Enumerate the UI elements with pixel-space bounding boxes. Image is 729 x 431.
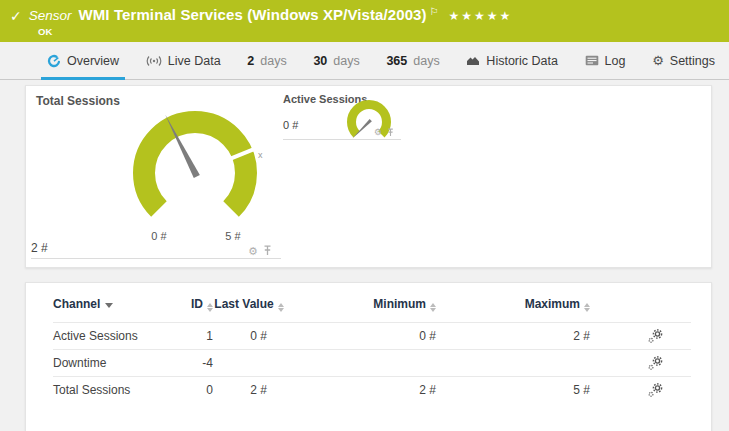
sort-icon [584, 303, 590, 312]
tab-label: Overview [67, 54, 119, 68]
tab-label: Historic Data [486, 54, 558, 68]
channel-id: -4 [173, 356, 213, 370]
tab-label: Log [605, 54, 626, 68]
flag-icon[interactable]: ⚐ [430, 6, 439, 17]
channel-last-value: 2 # [213, 383, 303, 397]
table-header-row: Channel ID Last Value Minimum Maximum [53, 297, 691, 322]
column-header-last-value[interactable]: Last Value [213, 297, 303, 312]
channel-id: 0 [173, 383, 213, 397]
channel-table: Channel ID Last Value Minimum Maximum Ac… [26, 283, 711, 403]
tab-historic-data[interactable]: Historic Data [464, 42, 560, 79]
tab-bar: Overview Live Data 2 days 30 days 365 da… [0, 42, 729, 80]
object-kind-label: Sensor [29, 8, 72, 23]
column-header-channel[interactable]: Channel [53, 297, 173, 311]
total-sessions-gauge-actions: ⚙ [248, 245, 272, 256]
tab-2-days[interactable]: 2 days [245, 42, 288, 79]
channel-table-panel: Channel ID Last Value Minimum Maximum Ac… [25, 282, 712, 431]
total-sessions-current-value: 2 # [31, 241, 48, 255]
active-sessions-gauge-actions: ⚙ [374, 127, 394, 137]
channel-name: Active Sessions [53, 329, 173, 343]
channel-name: Downtime [53, 356, 173, 370]
gear-icon[interactable]: ⚙ [374, 127, 382, 137]
channel-last-value: 0 # [213, 329, 303, 343]
column-header-id[interactable]: ID [173, 297, 213, 312]
column-label: Last Value [214, 297, 273, 311]
channel-settings-gears-icon[interactable] [648, 329, 663, 344]
gauge-scale-min-label: 0 # [139, 230, 179, 242]
pin-icon[interactable] [387, 128, 394, 137]
channel-name: Total Sessions [53, 383, 173, 397]
sort-icon [278, 303, 284, 312]
sensor-header: ✓ Sensor WMI Terminal Services (Windows … [0, 0, 729, 42]
overview-gauges-panel: Total Sessions x 0 # 5 # 2 # ⚙ Active Se… [25, 85, 712, 268]
channel-minimum: 0 # [303, 329, 436, 343]
gear-icon: ⚙ [652, 55, 664, 67]
gauge-scale-max-label: 5 # [213, 230, 253, 242]
total-sessions-gauge: x [110, 98, 280, 248]
sensor-status-badge: OK [38, 26, 52, 37]
divider [31, 258, 281, 259]
tab-unit: days [260, 54, 286, 68]
tab-unit: days [333, 54, 359, 68]
priority-stars[interactable]: ★★★★★ [449, 9, 513, 23]
column-header-minimum[interactable]: Minimum [303, 297, 436, 312]
table-row: Active Sessions 1 0 # 0 # 2 # [53, 322, 691, 349]
tab-settings[interactable]: ⚙ Settings [650, 42, 717, 79]
column-label: Minimum [373, 297, 426, 311]
channel-maximum: 5 # [436, 383, 590, 397]
tab-number: 365 [386, 54, 407, 68]
tab-label: Settings [670, 54, 715, 68]
tab-365-days[interactable]: 365 days [384, 42, 441, 79]
active-sessions-gauge [339, 94, 399, 150]
channel-minimum: 2 # [303, 383, 436, 397]
gauge-marker-label: x [258, 150, 263, 160]
gauge-icon [47, 54, 61, 68]
broadcast-icon [146, 55, 162, 67]
column-header-maximum[interactable]: Maximum [436, 297, 590, 312]
table-row: Downtime -4 [53, 349, 691, 376]
tab-unit: days [413, 54, 439, 68]
column-label: ID [191, 297, 203, 311]
tab-log[interactable]: Log [583, 42, 628, 79]
pin-icon[interactable] [263, 245, 272, 256]
tab-number: 30 [313, 54, 327, 68]
channel-settings-gears-icon[interactable] [648, 356, 663, 371]
tab-label: Live Data [168, 54, 221, 68]
status-ok-check-icon: ✓ [10, 8, 22, 24]
tab-overview[interactable]: Overview [45, 42, 121, 79]
total-sessions-gauge-title: Total Sessions [36, 94, 120, 108]
area-chart-icon [466, 55, 480, 66]
tab-number: 2 [247, 54, 254, 68]
divider [283, 139, 401, 140]
channel-maximum: 2 # [436, 329, 590, 343]
channel-settings-gears-icon[interactable] [648, 383, 663, 398]
sensor-title: WMI Terminal Services (Windows XP/Vista/… [79, 6, 427, 23]
column-label: Channel [53, 297, 100, 311]
channel-id: 1 [173, 329, 213, 343]
tab-30-days[interactable]: 30 days [311, 42, 361, 79]
column-label: Maximum [525, 297, 580, 311]
log-list-icon [585, 55, 599, 66]
active-sessions-current-value: 0 # [283, 119, 298, 131]
tab-live-data[interactable]: Live Data [144, 42, 223, 79]
sorted-desc-icon [105, 303, 113, 308]
gear-icon[interactable]: ⚙ [248, 246, 258, 256]
table-row: Total Sessions 0 2 # 2 # 5 # [53, 376, 691, 403]
